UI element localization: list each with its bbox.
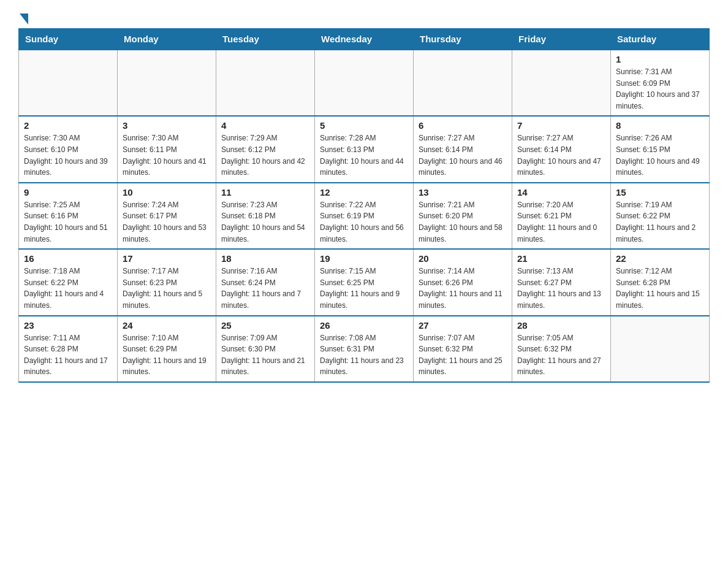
calendar-cell [19, 50, 118, 116]
day-number: 27 [419, 320, 507, 331]
calendar-cell: 14Sunrise: 7:20 AMSunset: 6:21 PMDayligh… [512, 183, 611, 249]
calendar-cell: 6Sunrise: 7:27 AMSunset: 6:14 PMDaylight… [414, 116, 512, 182]
calendar-week-row: 1Sunrise: 7:31 AMSunset: 6:09 PMDaylight… [19, 50, 710, 116]
day-number: 7 [517, 120, 605, 131]
logo [18, 12, 28, 22]
day-info: Sunrise: 7:23 AMSunset: 6:18 PMDaylight:… [221, 199, 309, 245]
calendar-cell: 9Sunrise: 7:25 AMSunset: 6:16 PMDaylight… [19, 183, 118, 249]
calendar-cell: 15Sunrise: 7:19 AMSunset: 6:22 PMDayligh… [611, 183, 710, 249]
day-info: Sunrise: 7:12 AMSunset: 6:28 PMDaylight:… [616, 266, 704, 311]
calendar-cell: 12Sunrise: 7:22 AMSunset: 6:19 PMDayligh… [315, 183, 414, 249]
day-info: Sunrise: 7:21 AMSunset: 6:20 PMDaylight:… [419, 199, 507, 245]
day-info: Sunrise: 7:29 AMSunset: 6:12 PMDaylight:… [221, 132, 309, 178]
day-info: Sunrise: 7:13 AMSunset: 6:27 PMDaylight:… [517, 266, 605, 311]
calendar-cell: 4Sunrise: 7:29 AMSunset: 6:12 PMDaylight… [216, 116, 315, 182]
day-number: 23 [24, 320, 112, 331]
day-info: Sunrise: 7:19 AMSunset: 6:22 PMDaylight:… [616, 199, 704, 245]
weekday-header-friday: Friday [512, 29, 611, 50]
calendar-cell: 13Sunrise: 7:21 AMSunset: 6:20 PMDayligh… [414, 183, 512, 249]
day-info: Sunrise: 7:25 AMSunset: 6:16 PMDaylight:… [24, 199, 112, 245]
day-number: 14 [517, 187, 605, 197]
weekday-header-sunday: Sunday [19, 29, 118, 50]
day-number: 16 [24, 253, 112, 264]
calendar-cell: 16Sunrise: 7:18 AMSunset: 6:22 PMDayligh… [19, 249, 118, 315]
calendar-week-row: 9Sunrise: 7:25 AMSunset: 6:16 PMDaylight… [19, 183, 710, 249]
calendar-cell [512, 50, 611, 116]
day-info: Sunrise: 7:05 AMSunset: 6:32 PMDaylight:… [517, 332, 605, 378]
day-info: Sunrise: 7:08 AMSunset: 6:31 PMDaylight:… [320, 332, 408, 378]
day-number: 26 [320, 320, 408, 331]
day-number: 28 [517, 320, 605, 331]
calendar-cell [611, 316, 710, 382]
calendar-cell: 3Sunrise: 7:30 AMSunset: 6:11 PMDaylight… [118, 116, 216, 182]
calendar-cell [414, 50, 512, 116]
calendar-week-row: 23Sunrise: 7:11 AMSunset: 6:28 PMDayligh… [19, 316, 710, 382]
day-info: Sunrise: 7:16 AMSunset: 6:24 PMDaylight:… [221, 266, 309, 311]
day-number: 19 [320, 253, 408, 264]
weekday-header-tuesday: Tuesday [216, 29, 315, 50]
calendar-cell: 1Sunrise: 7:31 AMSunset: 6:09 PMDaylight… [611, 50, 710, 116]
day-info: Sunrise: 7:30 AMSunset: 6:10 PMDaylight:… [24, 132, 112, 178]
calendar-cell: 11Sunrise: 7:23 AMSunset: 6:18 PMDayligh… [216, 183, 315, 249]
day-number: 11 [221, 187, 309, 197]
day-number: 5 [320, 120, 408, 131]
calendar-cell: 28Sunrise: 7:05 AMSunset: 6:32 PMDayligh… [512, 316, 611, 382]
day-number: 10 [123, 187, 211, 197]
day-info: Sunrise: 7:14 AMSunset: 6:26 PMDaylight:… [419, 266, 507, 311]
day-number: 22 [616, 253, 704, 264]
calendar-cell: 17Sunrise: 7:17 AMSunset: 6:23 PMDayligh… [118, 249, 216, 315]
calendar-cell [216, 50, 315, 116]
day-info: Sunrise: 7:22 AMSunset: 6:19 PMDaylight:… [320, 199, 408, 245]
logo-arrow-icon [20, 13, 28, 25]
day-info: Sunrise: 7:27 AMSunset: 6:14 PMDaylight:… [517, 132, 605, 178]
day-number: 2 [24, 120, 112, 131]
day-number: 4 [221, 120, 309, 131]
calendar-table: SundayMondayTuesdayWednesdayThursdayFrid… [18, 28, 710, 383]
day-info: Sunrise: 7:10 AMSunset: 6:29 PMDaylight:… [123, 332, 211, 378]
day-info: Sunrise: 7:15 AMSunset: 6:25 PMDaylight:… [320, 266, 408, 311]
day-number: 3 [123, 120, 211, 131]
calendar-cell: 2Sunrise: 7:30 AMSunset: 6:10 PMDaylight… [19, 116, 118, 182]
page-header [18, 12, 710, 22]
calendar-cell: 10Sunrise: 7:24 AMSunset: 6:17 PMDayligh… [118, 183, 216, 249]
day-number: 20 [419, 253, 507, 264]
calendar-week-row: 2Sunrise: 7:30 AMSunset: 6:10 PMDaylight… [19, 116, 710, 182]
day-number: 1 [616, 54, 704, 64]
day-info: Sunrise: 7:26 AMSunset: 6:15 PMDaylight:… [616, 132, 704, 178]
day-number: 24 [123, 320, 211, 331]
weekday-header-wednesday: Wednesday [315, 29, 414, 50]
weekday-header-monday: Monday [118, 29, 216, 50]
calendar-cell: 5Sunrise: 7:28 AMSunset: 6:13 PMDaylight… [315, 116, 414, 182]
calendar-header-row: SundayMondayTuesdayWednesdayThursdayFrid… [19, 29, 710, 50]
day-info: Sunrise: 7:11 AMSunset: 6:28 PMDaylight:… [24, 332, 112, 378]
day-info: Sunrise: 7:09 AMSunset: 6:30 PMDaylight:… [221, 332, 309, 378]
calendar-week-row: 16Sunrise: 7:18 AMSunset: 6:22 PMDayligh… [19, 249, 710, 315]
calendar-cell: 20Sunrise: 7:14 AMSunset: 6:26 PMDayligh… [414, 249, 512, 315]
day-number: 13 [419, 187, 507, 197]
calendar-cell: 19Sunrise: 7:15 AMSunset: 6:25 PMDayligh… [315, 249, 414, 315]
day-number: 18 [221, 253, 309, 264]
calendar-cell [118, 50, 216, 116]
day-number: 12 [320, 187, 408, 197]
calendar-cell: 25Sunrise: 7:09 AMSunset: 6:30 PMDayligh… [216, 316, 315, 382]
day-number: 8 [616, 120, 704, 131]
day-info: Sunrise: 7:27 AMSunset: 6:14 PMDaylight:… [419, 132, 507, 178]
day-number: 17 [123, 253, 211, 264]
day-info: Sunrise: 7:07 AMSunset: 6:32 PMDaylight:… [419, 332, 507, 378]
day-info: Sunrise: 7:28 AMSunset: 6:13 PMDaylight:… [320, 132, 408, 178]
calendar-cell [315, 50, 414, 116]
day-info: Sunrise: 7:17 AMSunset: 6:23 PMDaylight:… [123, 266, 211, 311]
day-info: Sunrise: 7:30 AMSunset: 6:11 PMDaylight:… [123, 132, 211, 178]
day-number: 25 [221, 320, 309, 331]
calendar-cell: 24Sunrise: 7:10 AMSunset: 6:29 PMDayligh… [118, 316, 216, 382]
calendar-cell: 7Sunrise: 7:27 AMSunset: 6:14 PMDaylight… [512, 116, 611, 182]
calendar-cell: 26Sunrise: 7:08 AMSunset: 6:31 PMDayligh… [315, 316, 414, 382]
calendar-cell: 27Sunrise: 7:07 AMSunset: 6:32 PMDayligh… [414, 316, 512, 382]
weekday-header-saturday: Saturday [611, 29, 710, 50]
calendar-cell: 23Sunrise: 7:11 AMSunset: 6:28 PMDayligh… [19, 316, 118, 382]
day-info: Sunrise: 7:31 AMSunset: 6:09 PMDaylight:… [616, 66, 704, 112]
calendar-cell: 8Sunrise: 7:26 AMSunset: 6:15 PMDaylight… [611, 116, 710, 182]
day-number: 21 [517, 253, 605, 264]
weekday-header-thursday: Thursday [414, 29, 512, 50]
day-number: 6 [419, 120, 507, 131]
